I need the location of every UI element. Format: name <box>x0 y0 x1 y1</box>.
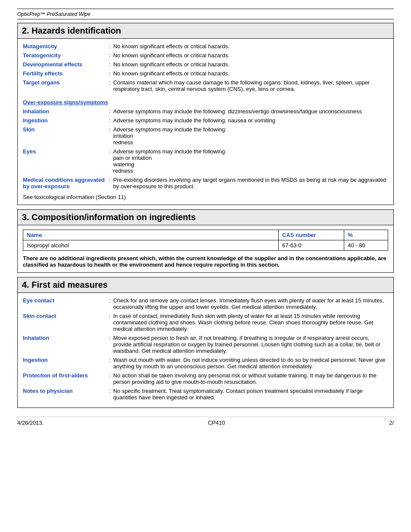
value-eyes-oe: Adverse symptoms may include the followi… <box>113 148 388 174</box>
see-tox-text: See toxicological information (Section 1… <box>23 194 388 200</box>
row-ingestion-fa: Ingestion : Wash out mouth with water. D… <box>23 357 388 370</box>
value-inhalation-oe: Adverse symptoms may include the followi… <box>113 108 388 115</box>
row-skin-oe: Skin : Adverse symptoms may include the … <box>23 126 388 146</box>
row-teratogenicity: Teratogenicity : No known significant ef… <box>23 52 388 59</box>
label-inhalation-oe: Inhalation <box>23 108 109 115</box>
label-eyes-oe: Eyes <box>23 148 109 155</box>
label-medical-conditions: Medical conditions aggravated by over-ex… <box>23 177 109 190</box>
th-cas: CAS number <box>278 230 344 240</box>
label-developmental: Developmental effects <box>23 61 109 68</box>
label-inhalation-fa: Inhalation <box>23 335 109 341</box>
footer-date: 4/26/2013. <box>17 420 44 426</box>
section3-content: Name CAS number % Isopropyl alcohol 67-6… <box>17 225 394 273</box>
th-name: Name <box>23 230 279 240</box>
row-mutagenicity: Mutagenicity : No known significant effe… <box>23 43 388 50</box>
row-target-organs: Target organs : Contains material which … <box>23 79 388 92</box>
value-inhalation-fa: Move exposed person to fresh air. If not… <box>113 335 388 354</box>
section4-header: 4. First aid measures <box>17 277 394 293</box>
row-medical-conditions: Medical conditions aggravated by over-ex… <box>23 177 388 190</box>
value-mutagenicity: No known significant effects or critical… <box>113 43 388 50</box>
row-eyes-oe: Eyes : Adverse symptoms may include the … <box>23 148 388 174</box>
label-eye-contact: Eye contact <box>23 297 109 304</box>
ingredient-pct: 40 - 80 <box>344 240 388 251</box>
table-row: Isopropyl alcohol 67-63-0 40 - 80 <box>23 240 388 251</box>
value-skin-oe: Adverse symptoms may include the followi… <box>113 126 388 146</box>
row-inhalation-oe: Inhalation : Adverse symptoms may includ… <box>23 108 388 115</box>
footer-page: 2/ <box>389 420 394 426</box>
ingredient-name: Isopropyl alcohol <box>23 240 279 251</box>
value-medical-conditions: Pre-existing disorders involving any tar… <box>113 177 388 190</box>
value-target-organs: Contains material which may cause damage… <box>113 79 388 92</box>
row-developmental: Developmental effects : No known signifi… <box>23 61 388 68</box>
label-target-organs: Target organs <box>23 79 109 86</box>
row-eye-contact: Eye contact : Check for and remove any c… <box>23 297 388 310</box>
row-inhalation-fa: Inhalation : Move exposed person to fres… <box>23 335 388 354</box>
section4-content: Eye contact : Check for and remove any c… <box>17 293 394 408</box>
th-pct: % <box>344 230 388 240</box>
section2-content: Mutagenicity : No known significant effe… <box>17 39 394 205</box>
label-mutagenicity: Mutagenicity <box>23 43 109 50</box>
value-skin-contact: In case of contact, immediately flush sk… <box>113 313 388 332</box>
label-protection-first-aiders: Protection of first-aiders <box>23 372 109 379</box>
ingredient-cas: 67-63-0 <box>278 240 344 251</box>
section2-header: 2. Hazards identification <box>17 23 394 39</box>
row-notes-physician: Notes to physician : No specific treatme… <box>23 388 388 401</box>
value-eye-contact: Check for and remove any contact lenses.… <box>113 297 388 310</box>
label-ingestion-fa: Ingestion <box>23 357 109 363</box>
ingredients-table: Name CAS number % Isopropyl alcohol 67-6… <box>23 230 388 251</box>
label-ingestion-oe: Ingestion <box>23 117 109 124</box>
section3-header: 3. Composition/information on ingredient… <box>17 209 394 225</box>
label-fertility: Fertility effects <box>23 70 109 77</box>
ingredients-note: There are no additional ingredients pres… <box>23 255 388 268</box>
label-teratogenicity: Teratogenicity <box>23 52 109 59</box>
row-protection-first-aiders: Protection of first-aiders : No action s… <box>23 372 388 385</box>
value-teratogenicity: No known significant effects or critical… <box>113 52 388 59</box>
row-fertility: Fertility effects : No known significant… <box>23 70 388 77</box>
overexposure-label: Over-exposure signs/symptoms <box>23 99 108 106</box>
footer-code: CP410 <box>208 420 225 426</box>
product-header: OpticPrep™ PreSaturated Wipe <box>17 11 90 17</box>
row-skin-contact: Skin contact : In case of contact, immed… <box>23 313 388 332</box>
value-ingestion-oe: Adverse symptoms may include the followi… <box>113 117 388 124</box>
label-skin-oe: Skin <box>23 126 109 133</box>
value-fertility: No known significant effects or critical… <box>113 70 388 77</box>
value-notes-physician: No specific treatment. Treat symptomatic… <box>113 388 388 401</box>
value-ingestion-fa: Wash out mouth with water. Do not induce… <box>113 357 388 370</box>
label-skin-contact: Skin contact <box>23 313 109 319</box>
page-footer: 4/26/2013. CP410 2/ <box>17 417 394 426</box>
label-notes-physician: Notes to physician <box>23 388 109 394</box>
row-ingestion-oe: Ingestion : Adverse symptoms may include… <box>23 117 388 124</box>
value-developmental: No known significant effects or critical… <box>113 61 388 68</box>
value-protection-first-aiders: No action shall be taken involving any p… <box>113 372 388 385</box>
